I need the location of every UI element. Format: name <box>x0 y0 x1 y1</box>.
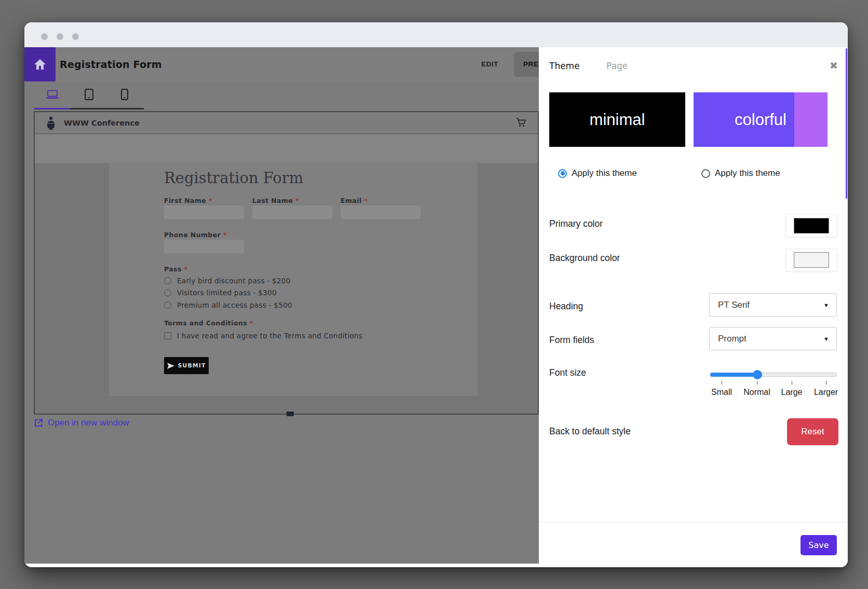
conference-speaker-icon <box>44 116 58 130</box>
required-asterisk: * <box>209 197 212 204</box>
radio-icon[interactable] <box>164 277 171 284</box>
label-text: Email <box>341 197 362 204</box>
font-size-option[interactable]: Small <box>711 388 732 397</box>
slider-tick <box>757 381 757 385</box>
field-label-first-name: First Name * <box>164 197 212 204</box>
apply-theme-minimal[interactable]: Apply this theme <box>558 168 637 179</box>
tab-page[interactable]: Page <box>606 61 628 71</box>
pass-option-label: Visitors limited pass - $300 <box>177 289 277 297</box>
tabbar-underline <box>70 108 144 109</box>
heading-font-label: Heading <box>549 301 583 312</box>
pass-option-row[interactable]: Early bird discount pass - $200 <box>164 277 291 285</box>
slider-tick <box>792 381 792 385</box>
form-fields-font-select[interactable]: Prompt ▼ <box>709 327 837 350</box>
pass-option-row[interactable]: Premium all access pass - $500 <box>164 301 292 309</box>
radio-icon[interactable] <box>164 302 171 309</box>
field-label-pass: Pass * <box>164 265 187 273</box>
close-icon[interactable]: ✖ <box>830 60 838 72</box>
home-icon <box>34 59 46 70</box>
font-size-slider[interactable]: Small Normal Large Larger <box>710 368 837 400</box>
required-asterisk: * <box>364 197 368 204</box>
preview-form-banner <box>35 134 538 163</box>
tab-mobile-preview[interactable] <box>113 81 136 107</box>
cart-icon[interactable] <box>516 118 526 128</box>
theme-swatch-colorful[interactable]: colorful <box>694 92 828 147</box>
active-tab-underline <box>34 108 70 109</box>
app-window: Registration Form EDIT PREVIEW <box>24 22 848 567</box>
form-preview-frame: WWW Conference Registration Form First N… <box>34 111 539 415</box>
font-size-option[interactable]: Large <box>781 388 803 397</box>
field-label-email: Email * <box>341 197 368 204</box>
slider-thumb[interactable] <box>753 370 762 379</box>
field-label-last-name: Last Name * <box>252 197 299 204</box>
field-label-terms: Terms and Conditions * <box>164 319 253 327</box>
form-editor-region: Registration Form EDIT PREVIEW <box>24 47 539 564</box>
tab-edit[interactable]: EDIT <box>481 47 498 81</box>
required-asterisk: * <box>250 319 253 327</box>
reset-button[interactable]: Reset <box>787 418 838 445</box>
open-in-new-window-link[interactable]: Open in new window <box>34 418 129 428</box>
chevron-down-icon: ▼ <box>823 336 829 342</box>
font-size-option[interactable]: Larger <box>814 388 838 397</box>
save-button[interactable]: Save <box>801 535 837 555</box>
back-to-default-label: Back to default style <box>549 426 631 437</box>
traffic-light-icon[interactable] <box>41 33 48 40</box>
theme-name: minimal <box>590 111 645 129</box>
heading-font-select[interactable]: PT Serif ▼ <box>709 293 837 317</box>
tab-tablet-preview[interactable] <box>77 81 100 107</box>
submit-label: SUBMIT <box>178 362 206 369</box>
terms-checkbox-label: I have read and agree to the Terms and C… <box>177 332 362 340</box>
open-link-label: Open in new window <box>48 418 129 428</box>
field-label-phone: Phone Number * <box>164 231 227 239</box>
first-name-input[interactable] <box>164 206 244 219</box>
org-name: WWW Conference <box>64 119 516 127</box>
frame-resize-handle[interactable] <box>287 412 294 416</box>
heading-font-value: PT Serif <box>718 300 823 310</box>
radio-unselected-icon[interactable] <box>701 169 710 178</box>
traffic-light-icon[interactable] <box>57 33 63 40</box>
phone-input[interactable] <box>164 240 244 253</box>
chevron-down-icon: ▼ <box>823 302 829 308</box>
slider-tick <box>722 381 722 385</box>
preview-form-card: Registration Form First Name * Last Name… <box>109 162 478 396</box>
pass-option-label: Premium all access pass - $500 <box>177 301 292 309</box>
required-asterisk: * <box>223 231 227 239</box>
slider-tick <box>826 381 826 385</box>
theme-swatch-minimal[interactable]: minimal <box>549 92 685 147</box>
submit-button[interactable]: SUBMIT <box>164 357 209 374</box>
background-color-picker[interactable] <box>785 249 837 271</box>
home-button[interactable] <box>24 47 56 81</box>
pass-option-row[interactable]: Visitors limited pass - $300 <box>164 289 277 297</box>
tablet-icon <box>85 89 93 100</box>
primary-color-chip <box>794 218 829 234</box>
preview-form-header: WWW Conference <box>35 112 538 134</box>
label-text: Pass <box>164 265 182 273</box>
font-size-label: Font size <box>549 367 586 378</box>
apply-theme-colorful[interactable]: Apply this theme <box>701 168 780 179</box>
radio-icon[interactable] <box>164 289 171 296</box>
theme-name: colorful <box>735 111 786 129</box>
apply-theme-label: Apply this theme <box>572 168 637 179</box>
checkbox-icon[interactable] <box>164 332 171 339</box>
panel-scrollbar[interactable] <box>846 48 847 199</box>
radio-selected-icon[interactable] <box>558 169 567 178</box>
font-size-option[interactable]: Normal <box>743 388 770 397</box>
pass-option-label: Early bird discount pass - $200 <box>177 277 291 285</box>
editor-header: Registration Form EDIT PREVIEW <box>24 47 539 81</box>
footer-divider <box>539 522 848 523</box>
tab-theme[interactable]: Theme <box>549 61 580 71</box>
last-name-input[interactable] <box>252 206 332 219</box>
background-color-chip <box>794 252 829 268</box>
tab-preview[interactable]: PREVIEW <box>514 52 539 77</box>
label-text: First Name <box>164 197 206 204</box>
background-color-label: Background color <box>549 253 620 264</box>
label-text: Phone Number <box>164 231 221 239</box>
traffic-light-icon[interactable] <box>72 33 79 40</box>
form-fields-font-value: Prompt <box>718 334 823 344</box>
theme-accent-strip <box>794 92 828 147</box>
tab-desktop-preview[interactable] <box>41 81 64 107</box>
email-input[interactable] <box>341 206 421 219</box>
primary-color-picker[interactable] <box>785 214 837 237</box>
terms-checkbox-row[interactable]: I have read and agree to the Terms and C… <box>164 332 362 340</box>
required-asterisk: * <box>184 265 188 273</box>
